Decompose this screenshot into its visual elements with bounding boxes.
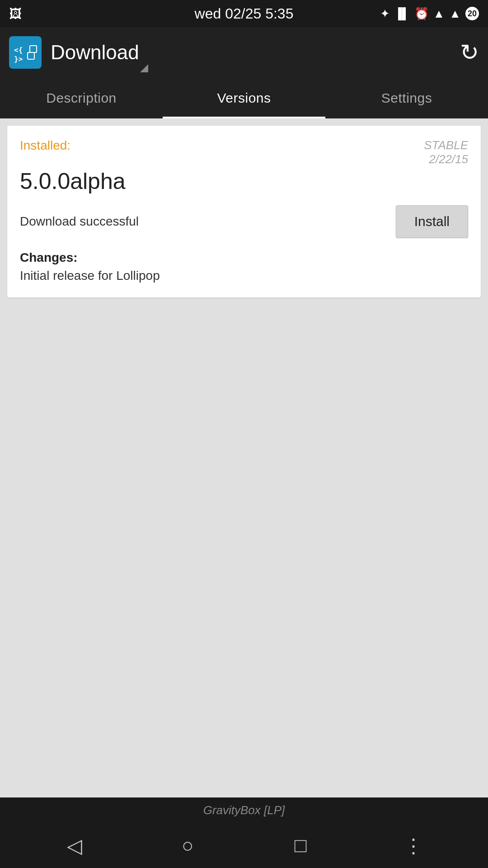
installed-label: Installed:	[20, 138, 70, 153]
battery-badge: 20	[465, 7, 479, 20]
vibrate-icon: ▐▌	[394, 7, 410, 20]
status-bar-right: ✦ ▐▌ ⏰ ▲ ▲ 20	[380, 7, 479, 21]
signal-icon: ▲	[449, 7, 461, 21]
changes-text: Initial release for Lollipop	[20, 269, 468, 283]
gallery-icon: 🖼	[9, 6, 22, 21]
svg-text:}>: }>	[14, 55, 23, 63]
app-icon: <{ }>	[9, 36, 42, 69]
svg-text:<{: <{	[14, 46, 23, 54]
status-bar-datetime: wed 02/25 5:35	[195, 5, 294, 22]
app-bar: <{ }> Download ↻	[0, 27, 488, 78]
signal-indicator	[140, 64, 148, 72]
stable-label: STABLE	[424, 138, 468, 152]
changes-label: Changes:	[20, 250, 468, 265]
back-button[interactable]: ◁	[56, 827, 93, 863]
nav-bar: ◁ ○ □ ⋮	[0, 823, 488, 868]
status-bar: 🖼 wed 02/25 5:35 ✦ ▐▌ ⏰ ▲ ▲ 20	[0, 0, 488, 27]
bottom-label-text: GravityBox [LP]	[203, 803, 285, 817]
tab-bar: Description Versions Settings	[0, 78, 488, 118]
alarm-icon: ⏰	[414, 7, 429, 21]
main-content: Installed: STABLE 2/22/15 5.0.0alpha Dow…	[0, 118, 488, 797]
download-status: Download successful	[20, 214, 139, 229]
install-button[interactable]: Install	[396, 205, 468, 238]
refresh-button[interactable]: ↻	[460, 39, 479, 66]
download-row: Download successful Install	[20, 205, 468, 238]
version-number: 5.0.0alpha	[20, 168, 468, 194]
bluetooth-icon: ✦	[380, 7, 390, 21]
app-bar-title: Download	[51, 41, 139, 64]
wifi-icon: ▲	[433, 7, 445, 21]
stable-date: 2/22/15	[424, 152, 468, 166]
bottom-label-bar: GravityBox [LP]	[0, 797, 488, 823]
status-bar-left: 🖼	[9, 6, 22, 21]
home-button[interactable]: ○	[169, 827, 206, 863]
stable-info: STABLE 2/22/15	[424, 138, 468, 166]
tab-versions[interactable]: Versions	[163, 78, 325, 118]
menu-button[interactable]: ⋮	[395, 827, 432, 863]
card-header: Installed: STABLE 2/22/15	[20, 138, 468, 166]
version-card: Installed: STABLE 2/22/15 5.0.0alpha Dow…	[7, 126, 481, 297]
tab-description[interactable]: Description	[0, 78, 163, 118]
tab-settings[interactable]: Settings	[325, 78, 488, 118]
recents-button[interactable]: □	[282, 827, 319, 863]
